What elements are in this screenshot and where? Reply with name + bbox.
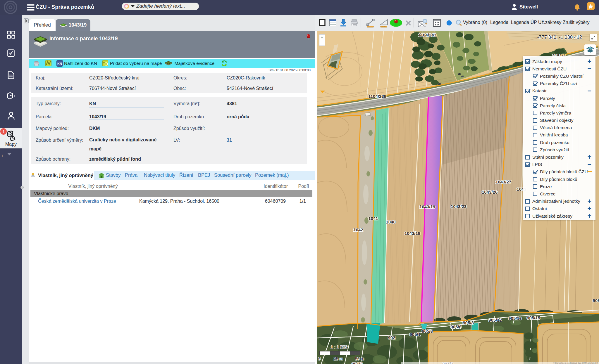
svg-text:901/2: 901/2 xyxy=(352,361,363,364)
svg-text:1040: 1040 xyxy=(386,219,395,224)
svg-text:905/3: 905/3 xyxy=(422,329,433,334)
svg-text:1043/26: 1043/26 xyxy=(482,190,498,195)
svg-text:1041: 1041 xyxy=(368,216,378,221)
svg-text:1043/27: 1043/27 xyxy=(495,179,511,184)
svg-text:905/13: 905/13 xyxy=(508,316,522,321)
svg-text:902: 902 xyxy=(388,335,395,340)
svg-text:905/15: 905/15 xyxy=(527,315,540,320)
svg-text:1104/238: 1104/238 xyxy=(368,94,386,99)
svg-text:905/8: 905/8 xyxy=(463,320,474,325)
svg-text:1043/19: 1043/19 xyxy=(419,204,435,209)
svg-text:1042: 1042 xyxy=(353,227,363,232)
svg-text:1104/243: 1104/243 xyxy=(418,32,436,37)
svg-text:905/12: 905/12 xyxy=(488,318,502,323)
svg-text:1043/23: 1043/23 xyxy=(451,204,467,209)
svg-text:905/1: 905/1 xyxy=(409,332,421,337)
svg-text:1043/18: 1043/18 xyxy=(405,231,420,236)
svg-text:KN: KN xyxy=(57,62,62,65)
svg-text:905/: 905/ xyxy=(593,298,599,303)
svg-text:905/6: 905/6 xyxy=(450,324,462,329)
